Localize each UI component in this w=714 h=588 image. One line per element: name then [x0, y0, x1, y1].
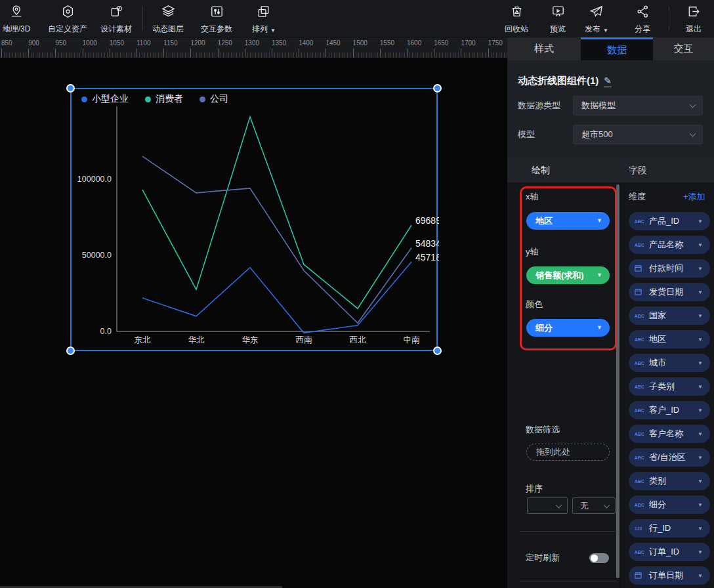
toolbar-separator [142, 7, 143, 30]
toolbar-button-recycle-bin[interactable]: 回收站 [505, 4, 528, 35]
field-pill-细分[interactable]: ABC细分 [629, 495, 710, 514]
field-pill-国家[interactable]: ABC国家 [629, 306, 710, 325]
x-tick-label: 西北 [350, 335, 367, 345]
geo-3d-icon [9, 4, 24, 22]
edit-title-icon[interactable]: ✎ [604, 75, 612, 87]
toolbar-button-publish[interactable]: 发布 [585, 4, 608, 35]
y-axis-field-value: 销售额(求和) [536, 270, 584, 280]
ruler-number: 1300 [245, 39, 259, 47]
series-line-小型企业 [142, 262, 411, 333]
x-tick-label: 西南 [296, 335, 313, 345]
legend-label: 小型企业 [92, 93, 129, 105]
toolbar-button-share[interactable]: 分享 [635, 4, 650, 35]
field-pill-订单日期[interactable]: 订单日期 [629, 566, 710, 585]
sort-field-select[interactable] [527, 497, 568, 514]
timed-refresh-toggle[interactable] [589, 553, 609, 563]
dynamic-layers-icon [161, 4, 176, 22]
ruler-number: 1100 [136, 39, 151, 47]
legend-dot [81, 96, 87, 102]
caret-down-icon [270, 25, 276, 34]
draw-column-scrollbar[interactable] [616, 184, 620, 578]
field-name: 订单日期 [649, 570, 683, 581]
chevron-down-icon [604, 501, 610, 508]
text-type-icon: ABC [635, 432, 648, 436]
toolbar-button-preview[interactable]: 预览 [550, 4, 566, 35]
toolbar-button-dynamic-layers[interactable]: 动态图层 [152, 4, 184, 35]
model-select[interactable]: 超市500 [573, 125, 703, 144]
line-chart-component[interactable]: 0.050000.0100000.0东北华北华东西南西北中南6968954834… [70, 88, 438, 351]
ruler-number: 1600 [407, 39, 421, 47]
ruler-number: 1150 [163, 39, 178, 47]
field-pill-客户_ID[interactable]: ABC客户_ID [629, 401, 710, 419]
toolbar-button-arrange[interactable]: 排列 [252, 4, 276, 35]
field-pill-行_ID[interactable]: 123行_ID [629, 519, 710, 537]
field-pill-客户名称[interactable]: ABC客户名称 [629, 425, 710, 443]
y-tick-label: 100000.0 [77, 175, 112, 184]
field-pill-类别[interactable]: ABC类别 [629, 472, 710, 490]
chart-legend: 小型企业消费者公司 [81, 93, 228, 105]
text-type-icon: ABC [635, 385, 648, 389]
design-material-icon [109, 4, 124, 22]
tab-draw[interactable]: 绘制 [532, 158, 550, 182]
field-name: 产品_ID [649, 215, 679, 227]
toolbar-button-geo-3d[interactable]: 地理/3D [3, 4, 31, 35]
field-pill-产品名称[interactable]: ABC产品名称 [629, 236, 710, 254]
y-axis-field-pill[interactable]: 销售额(求和) [526, 266, 610, 284]
number-type-icon: 123 [635, 526, 648, 531]
field-name: 省/自治区 [649, 452, 686, 463]
tab-interaction[interactable]: 交互 [653, 37, 714, 60]
toolbar-button-label: 退出 [686, 24, 702, 35]
horizontal-ruler: 8509009501000105011001150120012501300135… [0, 37, 507, 58]
add-field-link[interactable]: +添加 [683, 191, 705, 203]
field-name: 发货日期 [649, 286, 683, 298]
toolbar-button-label: 分享 [635, 24, 650, 35]
timed-refresh-label: 定时刷新 [526, 552, 560, 564]
field-pill-子类别[interactable]: ABC子类别 [629, 377, 710, 396]
ruler-number: 1550 [380, 39, 394, 47]
field-pill-产品_ID[interactable]: ABC产品_ID [629, 212, 710, 230]
tab-data[interactable]: 数据 [581, 37, 653, 60]
toolbar-button-custom-assets[interactable]: 自定义资产 [48, 4, 87, 35]
datasource-type-label: 数据源类型 [518, 96, 560, 116]
text-type-icon: ABC [635, 550, 648, 555]
color-field-pill[interactable]: 细分 [526, 319, 610, 337]
bi-designer-app: 地理/3D自定义资产设计素材动态图层交互参数排列 回收站预览发布分享退出 850… [0, 0, 714, 588]
field-pill-付款时间[interactable]: 付款时间 [629, 259, 710, 278]
field-name: 地区 [649, 333, 666, 345]
toolbar-button-design-material[interactable]: 设计素材 [100, 4, 132, 35]
field-pill-地区[interactable]: ABC地区 [629, 330, 710, 348]
panel-tab-bar: 样式 数据 交互 [507, 37, 714, 60]
toolbar-button-label: 排列 [252, 24, 276, 35]
x-tick-label: 中南 [404, 335, 421, 345]
x-axis-field-pill[interactable]: 地区 [526, 212, 610, 230]
toolbar-button-label: 地理/3D [3, 24, 31, 35]
chevron-down-icon [556, 501, 562, 508]
field-pill-省/自治区[interactable]: ABC省/自治区 [629, 448, 710, 467]
toggle-knob [591, 555, 598, 562]
field-name: 城市 [649, 357, 666, 369]
preview-icon [551, 4, 566, 22]
text-type-icon: ABC [635, 243, 648, 247]
legend-item-消费者[interactable]: 消费者 [145, 93, 183, 105]
field-pill-订单_ID[interactable]: ABC订单_ID [629, 543, 710, 561]
tab-fields[interactable]: 字段 [629, 158, 647, 182]
ruler-number: 900 [28, 39, 39, 47]
field-name: 行_ID [649, 522, 671, 534]
legend-item-小型企业[interactable]: 小型企业 [81, 93, 129, 105]
datasource-type-select[interactable]: 数据模型 [573, 96, 703, 116]
field-pill-发货日期[interactable]: 发货日期 [629, 283, 710, 301]
toolbar-button-interaction-params[interactable]: 交互参数 [201, 4, 232, 35]
sort-order-select[interactable]: 无 [572, 497, 616, 514]
divider [520, 581, 617, 581]
field-pill-城市[interactable]: ABC城市 [629, 354, 710, 372]
y-axis-label: y轴 [526, 246, 539, 258]
toolbar-button-exit[interactable]: 退出 [686, 4, 702, 35]
tab-style[interactable]: 样式 [507, 37, 581, 60]
section-tab-bar: 绘制 字段 [507, 158, 714, 182]
x-axis-field-value: 地区 [536, 216, 553, 226]
legend-item-公司[interactable]: 公司 [200, 93, 228, 105]
x-axis-label: x轴 [526, 191, 539, 203]
ruler-number: 1400 [299, 39, 313, 47]
data-filter-dropzone[interactable]: 拖到此处 [526, 444, 610, 461]
divider [520, 531, 617, 532]
